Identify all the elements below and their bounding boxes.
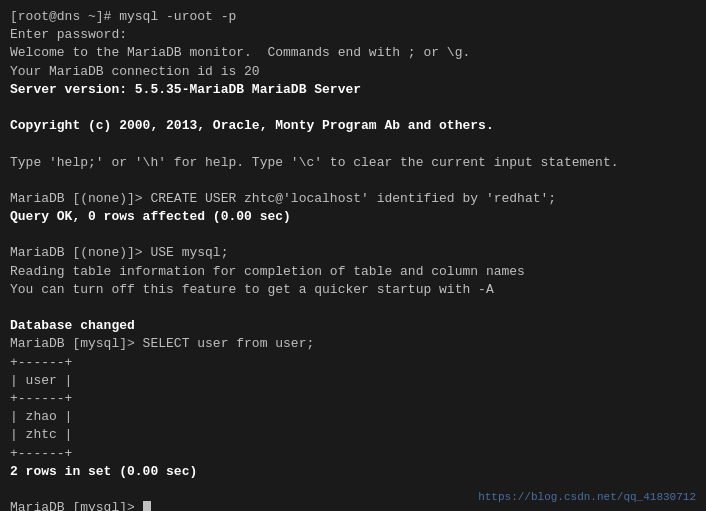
- terminal-line: Server version: 5.5.35-MariaDB MariaDB S…: [10, 81, 696, 99]
- terminal-line: MariaDB [(none)]> CREATE USER zhtc@'loca…: [10, 190, 696, 208]
- terminal-line: +------+: [10, 354, 696, 372]
- terminal-line: You can turn off this feature to get a q…: [10, 281, 696, 299]
- terminal-blank-line: [10, 299, 696, 317]
- terminal-line: +------+: [10, 445, 696, 463]
- terminal-line: Type 'help;' or '\h' for help. Type '\c'…: [10, 154, 696, 172]
- terminal-window: [root@dns ~]# mysql -uroot -pEnter passw…: [0, 0, 706, 511]
- terminal-line: Enter password:: [10, 26, 696, 44]
- terminal-line: Copyright (c) 2000, 2013, Oracle, Monty …: [10, 117, 696, 135]
- terminal-line: MariaDB [(none)]> USE mysql;: [10, 244, 696, 262]
- terminal-line: | zhao |: [10, 408, 696, 426]
- terminal-cursor: [143, 501, 151, 511]
- terminal-line: Database changed: [10, 317, 696, 335]
- terminal-line: +------+: [10, 390, 696, 408]
- terminal-line: MariaDB [mysql]> SELECT user from user;: [10, 335, 696, 353]
- terminal-line: Your MariaDB connection id is 20: [10, 63, 696, 81]
- terminal-line: | user |: [10, 372, 696, 390]
- terminal-blank-line: [10, 226, 696, 244]
- watermark: https://blog.csdn.net/qq_41830712: [478, 491, 696, 503]
- terminal-blank-line: [10, 99, 696, 117]
- terminal-line: 2 rows in set (0.00 sec): [10, 463, 696, 481]
- terminal-line: Query OK, 0 rows affected (0.00 sec): [10, 208, 696, 226]
- terminal-blank-line: [10, 135, 696, 153]
- terminal-line: Welcome to the MariaDB monitor. Commands…: [10, 44, 696, 62]
- terminal-output: [root@dns ~]# mysql -uroot -pEnter passw…: [10, 8, 696, 511]
- terminal-line: Reading table information for completion…: [10, 263, 696, 281]
- terminal-line: [root@dns ~]# mysql -uroot -p: [10, 8, 696, 26]
- terminal-line: | zhtc |: [10, 426, 696, 444]
- terminal-blank-line: [10, 172, 696, 190]
